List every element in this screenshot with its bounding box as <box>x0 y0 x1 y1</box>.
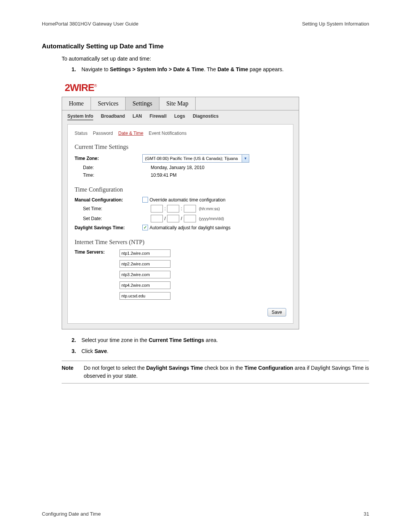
ntp-input-3[interactable] <box>119 271 170 278</box>
ntp-input-2[interactable] <box>119 260 170 268</box>
date-yyyy-input[interactable] <box>151 215 163 222</box>
slash2: / <box>181 216 182 221</box>
subtab-firewall[interactable]: Firewall <box>150 113 167 120</box>
step3-num: 3. <box>72 347 81 355</box>
header-left: HomePortal 3801HGV Gateway User Guide <box>42 21 139 27</box>
ntp-input-5[interactable] <box>119 292 170 300</box>
router-ui-screenshot: 2WIRE® Home Services Settings Site Map S… <box>62 80 299 329</box>
subtab-diagnostics[interactable]: Diagnostics <box>193 113 218 120</box>
subtab-logs[interactable]: Logs <box>174 113 185 120</box>
date-mm-input[interactable] <box>167 215 179 222</box>
tz-value: (GMT-08:00) Pacific Time (US & Canada); … <box>143 156 242 161</box>
tab-sitemap[interactable]: Site Map <box>159 97 196 110</box>
date-hint: (yyyy/mm/dd) <box>199 216 224 221</box>
ntp-input-4[interactable] <box>119 281 170 289</box>
section-title: Automatically Setting up Date and Time <box>42 43 369 50</box>
intro-text: To automatically set up date and time: <box>62 56 369 62</box>
subtab-broadband[interactable]: Broadband <box>101 113 125 120</box>
slash1: / <box>164 216 166 221</box>
ttab-status[interactable]: Status <box>75 131 88 136</box>
step2-num: 2. <box>72 336 81 344</box>
current-time-heading: Current Time Settings <box>75 144 286 150</box>
time-hh-input[interactable] <box>151 205 163 212</box>
dst-label: Daylight Savings Time: <box>75 225 142 230</box>
dst-text: Automatically adjust for daylight saving… <box>150 225 231 230</box>
set-date-label: Set Date: <box>75 216 151 221</box>
ttab-event-notifications[interactable]: Event Notifications <box>149 131 186 136</box>
footer-left: Configuring Date and Time <box>42 511 101 517</box>
header-right: Setting Up System Information <box>302 21 369 27</box>
ttab-password[interactable]: Password <box>93 131 113 136</box>
tz-label: Time Zone: <box>75 156 142 161</box>
save-button[interactable]: Save <box>268 308 286 316</box>
note-text: Do not forget to select the Daylight Sav… <box>84 364 369 380</box>
brand-logo: 2WIRE® <box>62 80 299 97</box>
time-mm-input[interactable] <box>167 205 179 212</box>
manual-config-label: Manual Configuration: <box>75 197 142 203</box>
date-dd-input[interactable] <box>184 215 196 222</box>
time-label: Time: <box>75 173 151 178</box>
subtab-system-info[interactable]: System Info <box>67 113 93 120</box>
step1-num: 1. <box>72 66 81 73</box>
set-time-label: Set Time: <box>75 206 151 211</box>
dst-checkbox[interactable]: ✓ <box>142 225 148 230</box>
override-text: Override automatic time configuration <box>150 197 225 203</box>
tab-services[interactable]: Services <box>91 97 126 110</box>
colon2: : <box>181 206 182 211</box>
ntp-heading: Internet Time Servers (NTP) <box>75 239 286 246</box>
ntp-input-1[interactable] <box>119 249 170 257</box>
sub-tab-bar: System Info Broadband LAN Firewall Logs … <box>62 110 299 124</box>
note-label: Note <box>62 364 84 380</box>
step2-text: Select your time zone in the Current Tim… <box>81 336 218 344</box>
tab-settings[interactable]: Settings <box>126 97 159 110</box>
step3-text: Click Save. <box>81 347 108 355</box>
subtab-lan[interactable]: LAN <box>132 113 142 120</box>
colon1: : <box>164 206 166 211</box>
time-ss-input[interactable] <box>184 205 196 212</box>
main-tab-bar: Home Services Settings Site Map <box>62 97 299 110</box>
ttab-date-time[interactable]: Date & Time <box>118 131 143 136</box>
footer-page-number: 31 <box>364 511 369 517</box>
tz-select[interactable]: (GMT-08:00) Pacific Time (US & Canada); … <box>142 154 249 163</box>
step1-text: Navigate to Settings > System Info > Dat… <box>81 66 284 73</box>
time-config-heading: Time Configuration <box>75 186 286 193</box>
date-label: Date: <box>75 165 151 170</box>
tab-home[interactable]: Home <box>62 97 91 110</box>
time-value: 10:59:41 PM <box>151 173 177 178</box>
tertiary-tab-bar: Status Password Date & Time Event Notifi… <box>75 131 286 136</box>
ntp-label: Time Servers: <box>75 249 119 255</box>
override-checkbox[interactable] <box>142 197 148 203</box>
time-hint: (hh:mm:ss) <box>199 206 220 211</box>
date-value: Monday, January 18, 2010 <box>151 165 204 170</box>
chevron-down-icon: ▼ <box>242 155 249 162</box>
